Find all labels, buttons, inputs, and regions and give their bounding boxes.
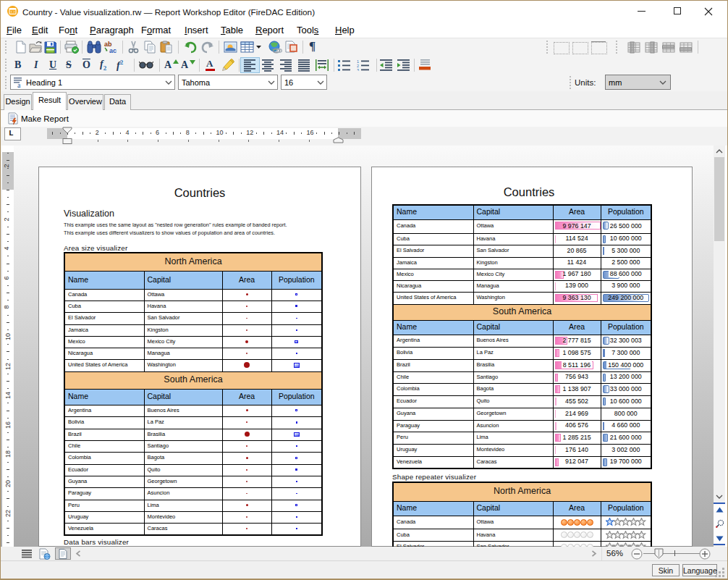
svg-text:3: 3 xyxy=(357,68,359,71)
svg-text:ac: ac xyxy=(109,47,117,54)
svg-text:a: a xyxy=(17,81,21,88)
